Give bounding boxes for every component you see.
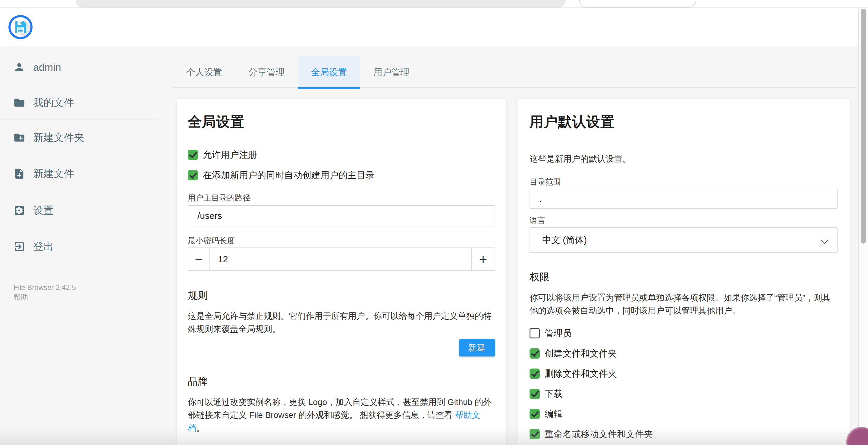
checkbox-box [188, 150, 198, 160]
checkbox-box [530, 389, 540, 399]
gear-icon [13, 204, 25, 216]
tab-profile-settings[interactable]: 个人设置 [173, 56, 236, 88]
sidebar-user[interactable]: admin [0, 59, 167, 76]
checkbox-admin[interactable]: 管理员 [530, 328, 838, 339]
browser-secondary-bar[interactable] [579, 0, 696, 7]
sidebar: admin 我的文件 新建文件夹 新建文件 设置 登出 File Browser [0, 46, 167, 445]
app-version: File Browser 2.42.5 [13, 283, 76, 292]
app-logo[interactable] [8, 15, 33, 39]
tab-label: 全局设置 [311, 66, 347, 78]
sidebar-footer: File Browser 2.42.5 帮助 [0, 283, 167, 302]
branding-description-tail: 。 [196, 423, 205, 433]
sidebar-divider [0, 119, 158, 120]
sidebar-item-new-file[interactable]: 新建文件 [0, 165, 167, 182]
permissions-description: 你可以将该用户设置为管理员或单独选择各项权限。如果你选择了“管理员”，则其他的选… [530, 291, 838, 317]
sidebar-user-label: admin [33, 61, 61, 73]
sidebar-item-new-folder[interactable]: 新建文件夹 [0, 129, 167, 146]
tab-label: 个人设置 [186, 66, 222, 78]
checkbox-label: 管理员 [545, 327, 572, 340]
rules-section-title: 规则 [188, 289, 495, 301]
home-dir-label: 用户主目录的路径 [188, 193, 495, 202]
scope-label: 目录范围 [530, 177, 838, 186]
sidebar-item-logout[interactable]: 登出 [0, 238, 167, 255]
checkbox-allow-signup[interactable]: 允许用户注册 [188, 149, 495, 160]
global-settings-title: 全局设置 [188, 114, 495, 130]
checkbox-label: 下载 [545, 388, 563, 400]
tab-label: 分享管理 [249, 66, 285, 78]
page-scrollbar-thumb[interactable] [861, 9, 866, 244]
checkbox-box [530, 328, 540, 338]
checkbox-label: 允许用户注册 [203, 149, 257, 161]
checkbox-create-files[interactable]: 创建文件和文件夹 [530, 348, 838, 359]
chevron-down-icon [821, 236, 828, 244]
checkbox-label: 在添加新用户的同时自动创建用户的主目录 [203, 169, 375, 181]
stepper-decrement-button[interactable]: − [188, 248, 210, 270]
folder-plus-icon [13, 132, 25, 144]
app-header [0, 8, 868, 46]
user-defaults-title: 用户默认设置 [530, 114, 838, 130]
branding-description-text: 你可以通过改变实例名称，更换 Logo，加入自定义样式，甚至禁用到 Github… [188, 398, 492, 420]
new-rule-button[interactable]: 新建 [459, 339, 495, 356]
checkbox-box [530, 409, 540, 419]
home-dir-input[interactable] [188, 205, 495, 227]
checkbox-box [188, 170, 198, 180]
logout-icon [13, 241, 25, 252]
sidebar-item-my-files[interactable]: 我的文件 [0, 94, 167, 111]
checkbox-rename-move[interactable]: 重命名或移动文件和文件夹 [530, 429, 838, 440]
sidebar-item-label: 设置 [33, 204, 54, 217]
stepper-increment-button[interactable]: + [471, 248, 495, 270]
min-password-label: 最小密码长度 [188, 236, 495, 245]
language-label: 语言 [530, 216, 838, 225]
page-scrollbar-track[interactable] [858, 8, 868, 445]
help-link[interactable]: 帮助 [13, 293, 28, 302]
checkbox-download[interactable]: 下载 [530, 388, 838, 399]
floppy-disk-icon [13, 20, 27, 34]
branding-description: 你可以通过改变实例名称，更换 Logo，加入自定义样式，甚至禁用到 Github… [188, 396, 495, 435]
sidebar-item-label: 新建文件 [33, 167, 74, 181]
branding-section-title: 品牌 [188, 376, 495, 387]
person-icon [13, 61, 25, 73]
settings-tabs: 个人设置 分享管理 全局设置 用户管理 [173, 56, 857, 88]
tab-share-management[interactable]: 分享管理 [236, 56, 298, 88]
min-password-stepper: − + [188, 247, 495, 271]
tab-user-management[interactable]: 用户管理 [360, 56, 423, 88]
checkbox-delete-files[interactable]: 删除文件和文件夹 [530, 368, 838, 379]
sidebar-item-label: 我的文件 [33, 96, 74, 110]
user-defaults-intro: 这些是新用户的默认设置。 [530, 152, 838, 165]
checkbox-label: 创建文件和文件夹 [545, 347, 617, 360]
browser-chrome [0, 0, 868, 8]
global-settings-card: 全局设置 允许用户注册 在添加新用户的同时自动创建用户的主目录 用户主目录的路径… [177, 98, 506, 445]
min-password-input[interactable] [210, 248, 471, 270]
checkbox-box [530, 348, 540, 358]
sidebar-item-label: 登出 [33, 240, 54, 253]
checkbox-label: 重命名或移动文件和文件夹 [545, 428, 653, 441]
checkbox-box [530, 369, 540, 379]
language-selected-value: 中文 (简体) [542, 234, 587, 246]
folder-icon [13, 97, 25, 109]
sidebar-divider [0, 191, 158, 191]
scope-input[interactable] [530, 189, 838, 209]
checkbox-box [530, 429, 540, 439]
tab-global-settings[interactable]: 全局设置 [298, 56, 360, 88]
sidebar-item-label: 新建文件夹 [33, 131, 84, 144]
permissions-section-title: 权限 [530, 271, 838, 283]
file-plus-icon [13, 168, 25, 180]
checkbox-create-user-dir[interactable]: 在添加新用户的同时自动创建用户的主目录 [188, 170, 495, 181]
language-select[interactable]: 中文 (简体) [530, 227, 838, 252]
rules-description: 这是全局允许与禁止规则。它们作用于所有用户。你可以给每个用户定义单独的特殊规则来… [188, 309, 495, 335]
tab-label: 用户管理 [373, 66, 410, 78]
sidebar-item-settings[interactable]: 设置 [0, 202, 167, 219]
checkbox-label: 编辑 [545, 408, 563, 420]
checkbox-label: 删除文件和文件夹 [545, 368, 617, 380]
user-defaults-card: 用户默认设置 这些是新用户的默认设置。 目录范围 语言 中文 (简体) 权限 你… [517, 98, 850, 445]
checkbox-edit[interactable]: 编辑 [530, 409, 838, 419]
browser-url-bar[interactable] [76, 0, 566, 7]
